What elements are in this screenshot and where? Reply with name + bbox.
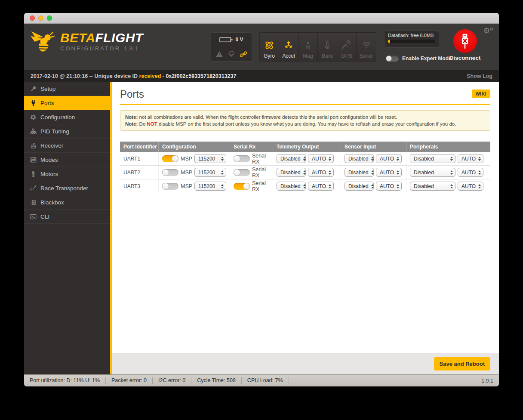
dataflash-label: Dataflash: free 8.0MB (388, 33, 435, 38)
msp-toggle[interactable] (162, 169, 178, 176)
sidebar-item-label: CLI (40, 213, 49, 220)
telemetry-baud-select[interactable]: AUTO (308, 168, 334, 177)
gps-icon (341, 39, 352, 51)
sensor-gyro: Gyro (260, 33, 279, 61)
minimize-window-button[interactable] (38, 15, 43, 21)
sidebar-item-receiver[interactable]: Receiver (24, 139, 110, 153)
selected-value: 115200 (198, 183, 218, 189)
sidebar-item-label: Modes (40, 157, 58, 163)
note-line: Note: not all combinations are valid. Wh… (125, 114, 485, 120)
selected-value: Disabled (280, 183, 301, 189)
selected-value: AUTO (312, 170, 326, 176)
sidebar-item-label: Configuration (40, 114, 75, 120)
battery-voltage: 0 V (235, 37, 243, 43)
port-identifier-cell: UART2 (120, 166, 159, 179)
sidebar-item-modes[interactable]: Modes (24, 153, 110, 167)
settings-gear-icon[interactable]: ⚙⚙ (483, 27, 494, 34)
sensor-baud-select[interactable]: AUTO (376, 168, 402, 177)
msp-toggle[interactable] (162, 155, 178, 162)
sensor-select[interactable]: Disabled (345, 182, 374, 191)
status-item: Cycle Time: 508 (191, 377, 242, 384)
sidebar-item-blackbox[interactable]: Blackbox (24, 195, 110, 210)
app-window: BETAFLIGHT CONFIGURATOR1.9.1 0 V (24, 13, 499, 386)
sidebar-item-race-transponder[interactable]: Race Transponder (24, 181, 110, 195)
sidebar-item-label: Motors (40, 171, 58, 177)
column-header-telemetry-output: Telemetry Output (273, 142, 341, 152)
betaflight-logo: BETAFLIGHT CONFIGURATOR1.9.1 (30, 29, 143, 53)
sidebar-item-motors[interactable]: Motors (24, 167, 110, 181)
msp-baud-select[interactable]: 115200 (194, 168, 226, 177)
sensor-label: Accel (282, 53, 295, 59)
device-id: 0x2f002c5933571820313237 (166, 73, 236, 79)
sidebar-item-ports[interactable]: Ports (24, 96, 110, 110)
telemetry-select[interactable]: Disabled (277, 182, 306, 191)
status-item: I2C error: 0 (153, 377, 191, 384)
window-titlebar[interactable] (24, 13, 499, 24)
maximize-window-button[interactable] (47, 15, 52, 21)
disconnect-circle[interactable] (453, 29, 477, 53)
save-and-reboot-button[interactable]: Save and Reboot (434, 357, 490, 371)
select-stepper-icon (329, 157, 331, 161)
serial-rx-toggle[interactable] (234, 155, 250, 162)
selected-value: Disabled (414, 156, 448, 162)
sidebar-item-setup[interactable]: Setup (24, 82, 110, 96)
msp-baud-select[interactable]: 115200 (194, 182, 226, 191)
sensor-label: Baro (322, 53, 332, 59)
sitemap-icon (30, 128, 37, 135)
port-identifier-cell: UART3 (120, 179, 159, 193)
select-stepper-icon (303, 170, 306, 175)
close-window-button[interactable] (30, 15, 35, 21)
ports-page: Ports WIKI Note: not all combinations ar… (112, 82, 499, 353)
sidebar-item-cli[interactable]: CLI (24, 210, 110, 224)
peripherals-baud-select[interactable]: AUTO (458, 168, 483, 177)
sidebar-item-configuration[interactable]: Configuration (24, 110, 110, 124)
telemetry-baud-select[interactable]: AUTO (308, 182, 334, 191)
telemetry-baud-select[interactable]: AUTO (308, 154, 334, 163)
peripherals-baud-select[interactable]: AUTO (458, 154, 483, 163)
battery-icon (219, 36, 233, 43)
page-title: Ports (120, 89, 144, 100)
svg-text:N: N (306, 44, 310, 50)
msp-baud-select[interactable]: 115200 (194, 154, 226, 163)
selected-value: 115200 (198, 170, 218, 176)
select-stepper-icon (221, 170, 224, 175)
sensor-baud-select[interactable]: AUTO (376, 154, 402, 163)
toggle-knob (162, 169, 169, 176)
transponder-icon (30, 185, 37, 191)
sensor-baud-select[interactable]: AUTO (376, 182, 402, 191)
serial-rx-toggle[interactable] (234, 183, 250, 190)
gyro-icon (264, 39, 275, 51)
selected-value: Disabled (280, 170, 301, 176)
selected-value: 115200 (198, 156, 218, 162)
port-name: UART3 (123, 183, 140, 189)
peripherals-select[interactable]: Disabled (410, 168, 455, 177)
select-stepper-icon (303, 184, 306, 188)
telemetry-select[interactable]: Disabled (277, 168, 306, 177)
sensor-select[interactable]: Disabled (345, 154, 374, 163)
sidebar-item-pid-tuning[interactable]: PID Tuning (24, 124, 110, 139)
select-stepper-icon (221, 157, 224, 161)
usb-link-icon (240, 51, 247, 58)
sidebar-item-label: Blackbox (40, 199, 64, 206)
peripherals-select[interactable]: Disabled (410, 154, 455, 163)
port-row-uart1: UART1 MSP 115200 Serial RX Disabled AUTO… (120, 152, 490, 166)
mag-icon: N (302, 39, 314, 51)
sensor-input-cell: Disabled AUTO (341, 179, 406, 193)
telemetry-select[interactable]: Disabled (277, 154, 306, 163)
expert-mode-toggle[interactable] (386, 56, 399, 62)
sensor-input-cell: Disabled AUTO (341, 166, 406, 179)
wiki-button[interactable]: WIKI (472, 90, 490, 98)
note-box: Note: not all combinations are valid. Wh… (120, 110, 490, 131)
select-stepper-icon (478, 157, 481, 161)
show-log-button[interactable]: Show Log (467, 73, 492, 79)
select-stepper-icon (397, 157, 399, 161)
dataflash-panel: Dataflash: free 8.0MB (384, 31, 439, 48)
port-row-uart2: UART2 MSP 115200 Serial RX Disabled AUTO… (120, 166, 490, 179)
serial-rx-toggle[interactable] (234, 169, 250, 176)
selected-value: Disabled (348, 156, 369, 162)
peripherals-select[interactable]: Disabled (410, 182, 455, 191)
sensor-status-bar: Gyro Accel N Mag Baro GPS Sonar (259, 32, 376, 62)
peripherals-baud-select[interactable]: AUTO (458, 182, 483, 191)
sensor-select[interactable]: Disabled (345, 168, 374, 177)
msp-toggle[interactable] (162, 183, 178, 190)
